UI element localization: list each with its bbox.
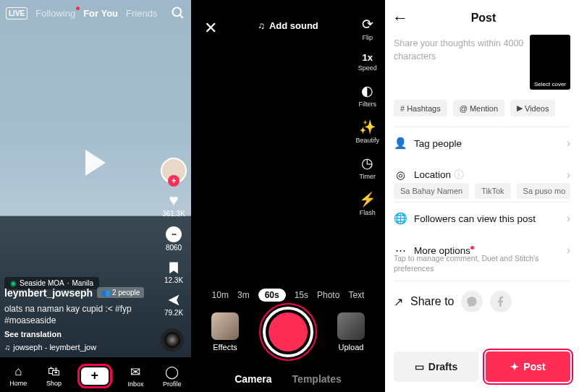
row-visibility[interactable]: 🌐 Followers can view this post › — [394, 202, 570, 234]
cover-selector[interactable]: Select cover — [530, 35, 570, 90]
beautify-icon: ✨ — [359, 119, 376, 135]
share-icon: ↗ — [394, 295, 403, 309]
add-sound-button[interactable]: ♫Add sound — [258, 20, 318, 31]
effects-button[interactable]: Effects — [211, 312, 239, 351]
share-facebook[interactable] — [490, 291, 512, 312]
person-icon: 👤 — [394, 137, 407, 150]
profile-icon: ◯ — [165, 365, 179, 380]
nav-friends[interactable]: Friends — [126, 8, 157, 19]
flash-icon: ⚡ — [359, 191, 376, 208]
save-button[interactable]: 12.3K — [164, 260, 183, 284]
nav-profile[interactable]: ◯Profile — [163, 365, 182, 388]
shop-icon: 🛍 — [48, 365, 60, 379]
chip-videos[interactable]: ▶ Videos — [510, 100, 555, 116]
nav-following[interactable]: Following — [35, 8, 75, 19]
duration-switcher[interactable]: 10m 3m 60s 15s Photo Text — [191, 289, 385, 302]
camera-screen: ✕ ♫Add sound ⟳Flip 1xSpeed ◐Filters ✨Bea… — [191, 0, 385, 392]
upload-button[interactable]: Upload — [337, 312, 365, 351]
home-icon: ⌂ — [14, 365, 22, 379]
pin-icon: ◉ — [10, 279, 17, 287]
people-badge[interactable]: 👥 2 people — [97, 287, 144, 298]
chevron-right-icon: › — [567, 137, 570, 150]
share-messenger[interactable] — [461, 291, 483, 312]
dur-photo[interactable]: Photo — [317, 290, 339, 300]
page-title: Post — [395, 12, 572, 25]
filters-icon: ◐ — [361, 82, 373, 99]
drafts-button[interactable]: ▭Drafts — [394, 351, 478, 382]
tool-flash[interactable]: ⚡Flash — [359, 191, 376, 216]
play-icon[interactable] — [85, 150, 106, 176]
svg-point-0 — [173, 8, 182, 17]
more-help-text: Tap to manage comment, Duet and Stitch's… — [394, 254, 570, 281]
comment-button[interactable]: ···8060 — [166, 226, 182, 252]
inbox-icon: ✉ — [130, 365, 140, 380]
author-avatar[interactable]: + — [161, 158, 187, 184]
tool-filters[interactable]: ◐Filters — [358, 82, 376, 108]
tab-camera[interactable]: Camera — [234, 373, 271, 385]
share-to-label: Share to — [410, 295, 454, 308]
speed-icon: 1x — [363, 52, 373, 63]
sparkle-icon: ✦ — [510, 361, 519, 372]
svg-line-1 — [180, 15, 183, 18]
location-place: Seaside MOA — [20, 279, 64, 287]
location-icon: ◎ — [394, 169, 407, 182]
sound-disc[interactable] — [161, 328, 184, 351]
dur-10m[interactable]: 10m — [212, 290, 229, 300]
tab-templates[interactable]: Templates — [292, 373, 342, 385]
loc-suggestion[interactable]: Sa Bahay Namen — [394, 183, 469, 199]
search-icon[interactable] — [171, 6, 185, 20]
nav-shop[interactable]: 🛍Shop — [46, 365, 62, 387]
loc-suggestion[interactable]: TikTok — [475, 183, 510, 199]
post-button[interactable]: ✦Post — [486, 351, 570, 382]
timer-icon: ◷ — [361, 155, 373, 171]
nav-inbox[interactable]: ✉Inbox — [127, 365, 143, 388]
location-city: Manila — [72, 279, 93, 287]
globe-icon: 🌐 — [394, 212, 407, 225]
post-screen: ← Post Share your thoughts within 4000 c… — [385, 0, 579, 392]
chip-hashtags[interactable]: # Hashtags — [394, 100, 447, 116]
tool-timer[interactable]: ◷Timer — [359, 155, 376, 180]
drafts-icon: ▭ — [415, 361, 424, 372]
chevron-right-icon: › — [567, 169, 570, 182]
chevron-right-icon: › — [567, 244, 570, 257]
see-translation[interactable]: See translation — [4, 330, 151, 338]
record-button[interactable] — [263, 307, 313, 357]
caption-input[interactable]: Share your thoughts within 4000 characte… — [394, 35, 524, 90]
row-tag-people[interactable]: 👤 Tag people › — [394, 127, 570, 159]
nav-create[interactable]: + — [81, 367, 109, 385]
caption-text: olats na naman kay cupid :< #fyp #moasea… — [4, 303, 151, 326]
like-button[interactable]: ♥361.3K — [162, 192, 185, 218]
tool-flip[interactable]: ⟳Flip — [362, 16, 373, 41]
username[interactable]: leymbert_jowseph — [4, 287, 93, 299]
nav-home[interactable]: ⌂Home — [9, 365, 27, 387]
dur-15s[interactable]: 15s — [295, 290, 308, 300]
sound-marquee[interactable]: ♫jowseph - leymbert_jow — [4, 343, 151, 351]
share-button[interactable]: 79.2K — [164, 293, 183, 317]
close-icon[interactable]: ✕ — [204, 19, 217, 38]
note-icon: ♫ — [258, 20, 265, 31]
dur-3m[interactable]: 3m — [237, 290, 250, 300]
note-icon: ♫ — [4, 343, 10, 351]
dur-text[interactable]: Text — [348, 290, 364, 300]
live-icon[interactable]: LIVE — [6, 7, 28, 20]
tool-speed[interactable]: 1xSpeed — [358, 52, 377, 72]
nav-for-you[interactable]: For You — [83, 8, 118, 19]
dur-60s[interactable]: 60s — [258, 289, 286, 302]
tool-beautify[interactable]: ✨Beautify — [355, 119, 379, 144]
chip-mention[interactable]: @ Mention — [453, 100, 504, 116]
follow-plus-icon[interactable]: + — [168, 175, 179, 187]
feed-screen: LIVE Following For You Friends + ♥361.3K… — [0, 0, 191, 392]
chevron-right-icon: › — [567, 212, 570, 225]
flip-icon: ⟳ — [362, 16, 373, 33]
loc-suggestion[interactable]: Sa puso mo — [517, 183, 570, 199]
